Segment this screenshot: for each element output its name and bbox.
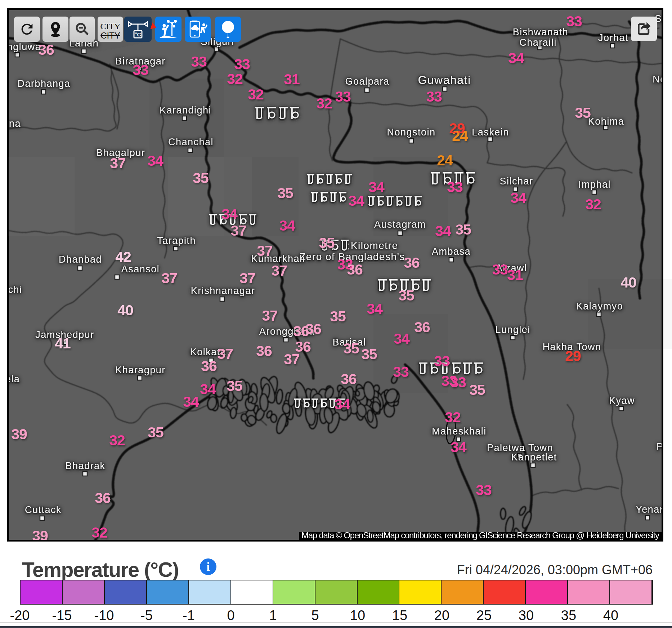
svg-text:chi: chi [9, 284, 22, 295]
svg-text:36: 36 [341, 371, 357, 387]
svg-text:34: 34 [394, 330, 410, 347]
svg-text:Chanchal: Chanchal [168, 137, 214, 147]
svg-text:Laskein: Laskein [472, 127, 509, 138]
svg-text:36: 36 [347, 261, 363, 278]
svg-text:37: 37 [161, 270, 177, 286]
svg-text:36: 36 [404, 254, 420, 271]
svg-text:36: 36 [95, 490, 111, 506]
svg-text:Darbhanga: Darbhanga [17, 78, 70, 89]
svg-text:Silchar: Silchar [499, 176, 533, 187]
svg-text:36: 36 [256, 343, 272, 359]
svg-text:34: 34 [508, 50, 524, 66]
svg-text:Pa: Pa [657, 441, 662, 452]
svg-text:35: 35 [361, 346, 377, 362]
svg-text:34: 34 [367, 300, 383, 317]
svg-text:34: 34 [334, 396, 350, 413]
svg-text:Karandighi: Karandighi [160, 105, 211, 116]
svg-text:37: 37 [262, 307, 278, 324]
svg-text:37: 37 [271, 262, 287, 279]
svg-text:34: 34 [221, 206, 238, 222]
svg-text:Kohima: Kohima [588, 116, 624, 127]
svg-text:34: 34 [435, 223, 451, 239]
svg-text:34: 34 [147, 152, 163, 169]
svg-text:35: 35 [148, 424, 163, 441]
svg-text:33: 33 [234, 56, 250, 72]
svg-text:Jorhat: Jorhat [598, 32, 628, 43]
svg-text:Bishwanath: Bishwanath [513, 27, 569, 37]
svg-text:33: 33 [191, 53, 207, 70]
svg-text:42: 42 [115, 249, 131, 265]
svg-text:41: 41 [55, 335, 71, 352]
svg-text:Austagram: Austagram [374, 219, 426, 230]
svg-text:37: 37 [217, 346, 233, 362]
svg-text:35: 35 [319, 235, 335, 251]
svg-text:35: 35 [330, 308, 346, 325]
svg-text:33: 33 [450, 374, 466, 391]
svg-text:°C: °C [135, 31, 141, 37]
svg-text:Krishnanagar: Krishnanagar [191, 285, 255, 296]
svg-text:Kyaw: Kyaw [609, 395, 635, 406]
svg-text:Asansol: Asansol [121, 264, 160, 275]
svg-text:33: 33 [434, 353, 450, 369]
svg-text:32: 32 [109, 432, 125, 449]
svg-text:Lunglei: Lunglei [495, 324, 530, 335]
svg-text:34: 34 [451, 439, 467, 455]
svg-text:39: 39 [11, 426, 27, 442]
svg-text:37: 37 [110, 155, 126, 172]
svg-text:Dhanbad: Dhanbad [59, 254, 102, 265]
svg-text:35: 35 [575, 104, 591, 121]
svg-text:32: 32 [248, 86, 264, 103]
svg-text:36: 36 [201, 358, 217, 374]
svg-text:36: 36 [293, 323, 309, 339]
svg-text:39: 39 [32, 527, 48, 540]
svg-text:34: 34 [368, 179, 385, 195]
svg-text:36: 36 [414, 319, 430, 335]
svg-text:33: 33 [447, 179, 463, 195]
svg-text:32: 32 [585, 196, 601, 213]
svg-text:24: 24 [437, 152, 453, 169]
svg-text:Yenang: Yenang [636, 504, 662, 515]
svg-text:Kalaymyo: Kalaymyo [576, 301, 623, 312]
svg-text:32: 32 [316, 95, 332, 112]
svg-text:31: 31 [284, 71, 300, 88]
svg-text:35: 35 [469, 382, 485, 398]
svg-text:32: 32 [91, 524, 107, 540]
svg-text:34: 34 [183, 393, 199, 410]
svg-text:33: 33 [566, 13, 582, 30]
svg-text:tna: tna [9, 118, 21, 129]
svg-text:34: 34 [200, 381, 216, 397]
svg-text:37: 37 [257, 242, 273, 259]
svg-text:Kharagpur: Kharagpur [115, 365, 166, 375]
svg-text:29: 29 [565, 348, 581, 364]
svg-text:40: 40 [117, 302, 133, 319]
svg-text:32: 32 [227, 71, 243, 87]
svg-text:29: 29 [449, 120, 465, 137]
svg-text:Map data © OpenStreetMap contr: Map data © OpenStreetMap contributors, r… [301, 530, 659, 540]
svg-text:Ambasa: Ambasa [432, 246, 471, 257]
svg-text:37: 37 [239, 270, 255, 286]
svg-text:33: 33 [476, 482, 492, 498]
svg-text:31: 31 [507, 267, 523, 283]
svg-text:Guwahati: Guwahati [418, 74, 471, 86]
svg-text:33: 33 [426, 88, 442, 105]
svg-text:Goalpara: Goalpara [345, 76, 389, 87]
svg-text:No: No [653, 74, 662, 85]
svg-text:33: 33 [492, 261, 508, 278]
svg-text:32: 32 [445, 409, 461, 426]
svg-text:33: 33 [393, 364, 409, 380]
svg-text:ela: ela [9, 374, 20, 384]
svg-text:Imphal: Imphal [578, 179, 611, 190]
svg-text:Charaili: Charaili [519, 37, 557, 48]
svg-text:33: 33 [133, 62, 148, 78]
svg-text:35: 35 [227, 378, 242, 394]
svg-text:36: 36 [295, 338, 311, 355]
svg-text:35: 35 [277, 185, 293, 201]
svg-text:34: 34 [279, 217, 295, 234]
svg-text:33: 33 [335, 88, 351, 105]
svg-text:34: 34 [348, 192, 364, 209]
svg-text:35: 35 [343, 340, 359, 357]
svg-text:36: 36 [38, 41, 54, 58]
svg-text:Bhadrak: Bhadrak [65, 460, 105, 471]
svg-text:35: 35 [193, 170, 209, 186]
svg-text:Cuttack: Cuttack [25, 504, 62, 515]
